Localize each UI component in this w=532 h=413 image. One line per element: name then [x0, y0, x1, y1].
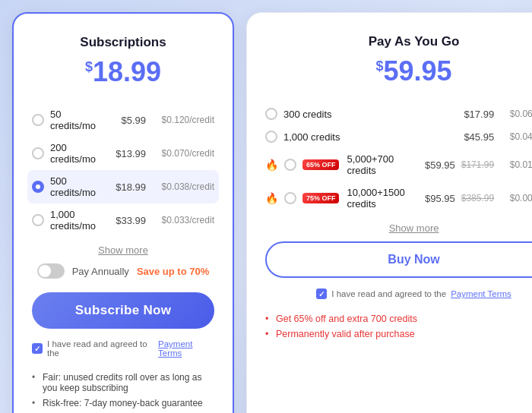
plan-radio[interactable]: [265, 108, 277, 120]
plan-name: 500 credits/mo: [50, 175, 96, 198]
plan-name: 200 credits/mo: [50, 142, 96, 165]
plan-credit: $0.038/credit: [152, 181, 214, 192]
plan-price: $33.99: [102, 215, 146, 226]
pricing-container: Subscriptions $18.99 50 credits/mo $5.99…: [12, 12, 520, 413]
plan-list-left: 50 credits/mo $5.99 $0.120/credit 200 cr…: [32, 103, 214, 237]
strike-price: $385.99: [461, 193, 494, 203]
plan-credit: $0.046/credit: [500, 131, 532, 142]
fire-icon: 🔥: [265, 159, 278, 171]
plan-row[interactable]: 200 credits/mo $13.99 $0.070/credit: [32, 137, 214, 170]
strike-price: $171.99: [461, 159, 494, 170]
plan-price: $95.95: [411, 193, 455, 204]
plan-row[interactable]: 1,000 credits $45.95 $0.046/credit: [265, 125, 532, 148]
plan-radio[interactable]: [32, 147, 44, 159]
plan-price: $59.95: [411, 159, 455, 171]
subscriptions-card: Subscriptions $18.99 50 credits/mo $5.99…: [12, 12, 234, 413]
terms-text-left: I have read and agreed to the: [47, 339, 154, 358]
terms-row-right: I have read and agreed to the Payment Te…: [265, 288, 532, 299]
plan-radio[interactable]: [284, 192, 296, 204]
benefits-list: Fair: unused credits roll over as long a…: [32, 370, 214, 413]
plan-radio[interactable]: [284, 159, 296, 171]
toggle-row: Pay Annually Save up to 70%: [32, 263, 214, 279]
terms-checkbox-left[interactable]: [32, 343, 43, 354]
plan-row-hot-1[interactable]: 🔥 65% OFF 5,000+700 credits $59.95 $171.…: [265, 148, 532, 181]
payg-card: Pay As You Go $59.95 300 credits $17.99 …: [246, 12, 532, 413]
benefit-item: Fair: unused credits roll over as long a…: [32, 370, 214, 396]
plan-credit: $0.070/credit: [152, 148, 214, 159]
toggle-label: Pay Annually: [72, 266, 129, 277]
plan-radio[interactable]: [265, 131, 277, 143]
plan-price: $13.99: [102, 148, 146, 159]
plan-credit: $0.011/credit: [500, 159, 532, 170]
benefit-item: Risk-free: 7-day money-back guarantee: [32, 396, 214, 411]
plan-price: $45.95: [450, 131, 494, 143]
plan-row-hot-2[interactable]: 🔥 75% OFF 10,000+1500 credits $95.95 $38…: [265, 181, 532, 215]
plan-name: 1,000 credits: [283, 131, 444, 143]
plan-name: 1,000 credits/mo: [50, 209, 96, 232]
discount-badge: 75% OFF: [302, 193, 340, 203]
payg-price: $59.95: [265, 55, 532, 87]
plan-price: $18.99: [102, 181, 146, 193]
plan-price: $5.99: [102, 115, 146, 126]
annually-toggle[interactable]: [37, 263, 65, 279]
plan-name: 10,000+1500 credits: [347, 187, 404, 210]
subscribe-button[interactable]: Subscribe Now: [32, 292, 214, 329]
terms-row-left: I have read and agreed to the Payment Te…: [32, 339, 214, 358]
plan-credit: $0.033/credit: [152, 215, 214, 225]
plan-name: 300 credits: [283, 109, 444, 120]
payg-benefits-list: Get 65% off and extra 700 credits Perman…: [265, 311, 532, 342]
payg-price-symbol: $: [376, 58, 384, 74]
payg-title: Pay As You Go: [265, 34, 532, 49]
subscriptions-price: $18.99: [32, 56, 214, 88]
terms-text-right: I have read and agreed to the: [331, 289, 446, 298]
plan-row[interactable]: 50 credits/mo $5.99 $0.120/credit: [32, 103, 214, 137]
plan-row-selected[interactable]: 500 credits/mo $18.99 $0.038/credit: [27, 170, 219, 203]
show-more-left[interactable]: Show more: [32, 244, 214, 256]
fire-icon: 🔥: [265, 192, 278, 204]
payg-benefit-item: Get 65% off and extra 700 credits: [265, 311, 532, 326]
discount-badge: 65% OFF: [302, 159, 340, 170]
plan-list-right: 300 credits $17.99 $0.060/credit 1,000 c…: [265, 102, 532, 215]
plan-price: $17.99: [450, 109, 494, 120]
plan-radio-checked[interactable]: [32, 181, 44, 193]
terms-link-right[interactable]: Payment Terms: [451, 289, 511, 298]
terms-checkbox-right[interactable]: [316, 288, 327, 299]
buy-button[interactable]: Buy Now: [265, 241, 532, 278]
plan-credit: $0.060/credit: [500, 109, 532, 119]
save-label: Save up to 70%: [137, 266, 209, 277]
plan-credit: $0.120/credit: [152, 115, 214, 125]
plan-name: 5,000+700 credits: [347, 153, 404, 176]
plan-credit: $0.008/credit: [500, 193, 532, 203]
payg-benefit-item: Permanently valid after purchase: [265, 326, 532, 342]
plan-name: 50 credits/mo: [50, 109, 96, 131]
plan-row[interactable]: 1,000 credits/mo $33.99 $0.033/credit: [32, 203, 214, 237]
plan-radio[interactable]: [32, 214, 44, 226]
subscriptions-title: Subscriptions: [32, 35, 214, 50]
terms-link-left[interactable]: Payment Terms: [158, 339, 214, 358]
plan-radio[interactable]: [32, 114, 44, 126]
show-more-right[interactable]: Show more: [265, 222, 532, 234]
price-symbol: $: [85, 59, 93, 74]
plan-row[interactable]: 300 credits $17.99 $0.060/credit: [265, 102, 532, 125]
